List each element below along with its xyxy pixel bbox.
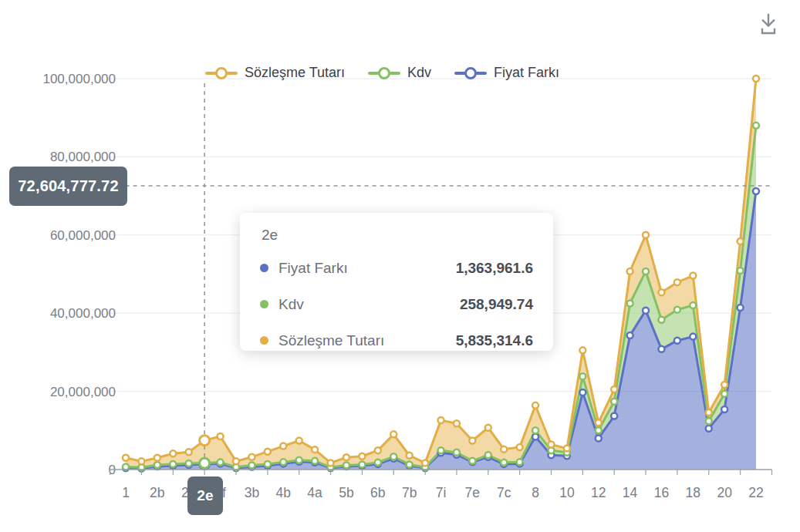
data-point-marker [674,279,680,285]
x-axis-label: 10 [559,485,575,500]
data-point-marker [706,426,712,432]
data-point-marker [248,454,255,460]
data-point-marker [532,427,538,433]
data-point-marker [706,409,712,416]
tooltip-row: Kdv258,949.74 [260,286,533,322]
legend-item-2[interactable]: Fiyat Farkı [454,65,559,81]
data-point-marker [154,455,160,461]
data-point-marker [721,406,727,412]
data-point-marker [579,347,586,353]
data-point-marker [579,389,586,396]
data-point-marker [738,238,744,244]
data-point-marker [343,462,349,468]
legend-marker-icon [454,67,487,79]
data-point-marker [643,308,649,314]
data-point-marker [265,461,271,467]
data-point-marker [154,462,160,468]
y-axis-label: 20,000,000 [50,385,116,399]
data-point-marker [517,459,523,465]
data-point-marker [706,418,712,424]
data-point-marker [218,460,224,466]
tooltip-series-value: 5,835,314.6 [456,332,533,349]
data-point-marker [296,437,302,443]
legend-item-1[interactable]: Kdv [368,65,431,81]
legend-item-0[interactable]: Sözleşme Tutarı [205,65,345,81]
tooltip-rows: Fiyat Farkı1,363,961.6Kdv258,949.74Sözle… [260,250,533,359]
data-point-marker [690,334,696,340]
x-axis-pointer-badge: 2e [187,476,223,515]
data-point-marker [438,417,444,423]
x-axis-label: 20 [717,485,732,500]
x-axis-label: 7e [465,485,480,500]
data-point-marker [611,386,617,392]
series-dot-icon [260,300,268,308]
data-point-marker [548,442,554,448]
data-point-marker [564,446,570,452]
x-axis-label: 7i [436,485,447,500]
data-point-marker [753,76,759,82]
legend-item-label: Fiyat Farkı [494,65,559,81]
data-point-marker [312,458,318,464]
x-axis-label: 18 [686,485,700,500]
data-point-marker [390,431,397,437]
data-point-marker [753,123,759,129]
data-point-marker [375,460,381,466]
data-point-marker [328,460,334,466]
legend-marker-icon [368,67,400,79]
data-point-marker [422,460,428,466]
data-point-marker [579,373,586,379]
data-point-marker [485,452,491,458]
tooltip-series-label: Sözleşme Tutarı [278,332,384,349]
tooltip-row: Sözleşme Tutarı5,835,314.6 [260,322,533,359]
y-axis-label: 40,000,000 [50,306,116,321]
data-point-marker [596,435,602,441]
data-point-marker [359,453,365,460]
data-point-marker [407,461,413,467]
data-point-marker [738,305,744,311]
tooltip-series-label: Kdv [278,296,304,313]
data-point-marker [469,458,475,464]
data-point-marker [517,444,523,450]
data-point-marker [390,453,397,460]
y-axis-label: 80,000,000 [50,150,116,164]
data-point-marker [280,459,286,465]
data-point-marker [123,455,129,461]
x-axis-label: 2b [150,485,164,500]
chart-page: Sözleşme TutarıKdvFiyat Farkı 020,000,00… [0,0,800,532]
data-point-marker [200,436,210,446]
data-point-marker [596,419,602,426]
tooltip-series-label: Fiyat Farkı [278,260,348,277]
y-axis-label: 100,000,000 [42,72,116,86]
x-axis-label: 7b [402,485,417,500]
x-axis-label: 4b [276,485,291,500]
data-point-marker [674,338,680,344]
data-point-marker [721,391,727,397]
data-point-marker [501,460,507,466]
data-point-marker [532,402,538,409]
legend-marker-icon [205,67,238,79]
data-point-marker [438,447,444,453]
data-point-marker [658,289,664,295]
data-point-marker [485,425,491,431]
tooltip-title: 2e [262,227,533,244]
legend: Sözleşme TutarıKdvFiyat Farkı [205,65,559,81]
data-point-marker [469,437,475,443]
data-point-marker [532,433,538,439]
x-axis-label: 16 [654,485,669,500]
data-point-marker [738,268,744,274]
tooltip-row: Fiyat Farkı1,363,961.6 [260,250,533,286]
x-axis-label: 5b [339,485,353,500]
series-dot-icon [260,264,268,272]
data-point-marker [690,302,696,308]
data-point-marker [611,413,617,419]
data-point-marker [627,268,633,274]
data-point-marker [343,454,349,460]
data-point-marker [627,332,633,338]
x-axis-label: 14 [623,485,638,500]
y-axis-pointer-badge: 72,604,777.72 [9,167,127,206]
data-point-marker [359,461,365,467]
data-point-marker [200,458,210,468]
data-point-marker [296,457,302,463]
x-axis-label: 8 [532,485,539,500]
data-point-marker [375,447,381,453]
